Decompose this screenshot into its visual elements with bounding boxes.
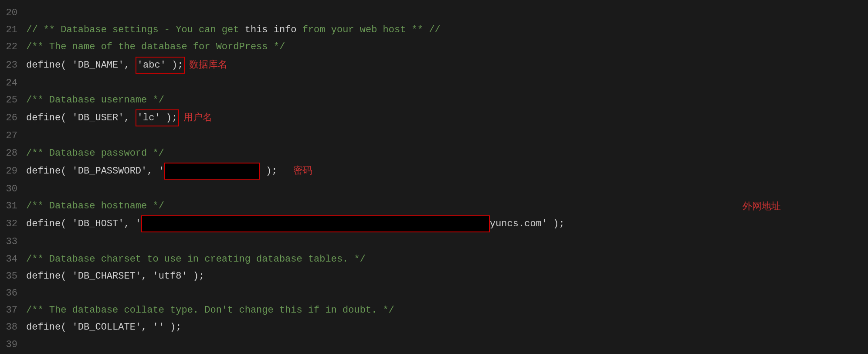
line-content-32: define( 'DB_HOST', '​yuncs.com' ); — [26, 215, 868, 232]
code-line-28: 28 /** Database password */ — [0, 145, 868, 162]
code-line-30: 30 — [0, 180, 868, 197]
db-name-label: 数据库名 — [189, 59, 227, 70]
line-content-29: define( 'DB_PASSWORD', '​​​​​​​​​ ); 密码 — [26, 163, 868, 180]
line-number-21: 21 — [0, 22, 26, 37]
code-line-33: 33 — [0, 233, 868, 250]
line-number-30: 30 — [0, 181, 26, 197]
line-number-39: 39 — [0, 337, 26, 352]
line-content-21: // ** Database settings - You can get th… — [26, 22, 868, 37]
code-line-23: 23 define( 'DB_NAME', 'abc' );数据库名 — [0, 56, 868, 75]
code-editor: 20 21 // ** Database settings - You can … — [0, 0, 868, 354]
code-line-34: 34 /** Database charset to use in creati… — [0, 251, 868, 268]
line-content-28: /** Database password */ — [26, 146, 868, 161]
line-number-37: 37 — [0, 303, 26, 318]
line-number-22: 22 — [0, 39, 26, 54]
line-number-31: 31 — [0, 198, 26, 214]
line-number-26: 26 — [0, 110, 26, 126]
code-line-21: 21 // ** Database settings - You can get… — [0, 21, 868, 38]
line-number-32: 32 — [0, 216, 26, 231]
code-line-29: 29 define( 'DB_PASSWORD', '​​​​​​​​​ ); … — [0, 162, 868, 180]
code-line-20: 20 — [0, 4, 868, 21]
line-number-23: 23 — [0, 58, 26, 73]
line-number-29: 29 — [0, 163, 26, 179]
line-number-28: 28 — [0, 146, 26, 161]
code-line-32: 32 define( 'DB_HOST', '​yuncs.com' ); — [0, 214, 868, 233]
code-line-24: 24 — [0, 75, 868, 92]
code-line-39: 39 — [0, 336, 868, 353]
line-content-22: /** The name of the database for WordPre… — [26, 39, 868, 54]
line-number-35: 35 — [0, 269, 26, 284]
code-line-26: 26 define( 'DB_USER', 'lc' );用户名 — [0, 109, 868, 127]
line-content-38: define( 'DB_COLLATE', '' ); — [26, 320, 868, 335]
db-user-label: 用户名 — [183, 112, 212, 123]
db-password-value-box: ​​​​​​​​​ — [164, 163, 260, 180]
line-number-20: 20 — [0, 5, 26, 20]
line-content-23: define( 'DB_NAME', 'abc' );数据库名 — [26, 57, 868, 74]
code-line-38: 38 define( 'DB_COLLATE', '' ); — [0, 319, 868, 336]
db-host-label: 外网地址 — [743, 198, 781, 214]
code-line-36: 36 — [0, 285, 868, 302]
line-number-38: 38 — [0, 320, 26, 335]
line-content-31: /** Database hostname */ — [26, 198, 868, 214]
code-line-27: 27 — [0, 127, 868, 144]
code-line-37: 37 /** The database collate type. Don't … — [0, 302, 868, 319]
line-number-33: 33 — [0, 234, 26, 249]
line-number-25: 25 — [0, 92, 26, 108]
line-number-24: 24 — [0, 75, 26, 91]
db-user-value-box: 'lc' ); — [136, 109, 179, 126]
code-line-22: 22 /** The name of the database for Word… — [0, 38, 868, 55]
line-content-26: define( 'DB_USER', 'lc' );用户名 — [26, 109, 868, 126]
line-number-34: 34 — [0, 252, 26, 267]
line-number-36: 36 — [0, 286, 26, 301]
code-line-35: 35 define( 'DB_CHARSET', 'utf8' ); — [0, 268, 868, 285]
db-host-value-box: ​ — [141, 215, 490, 232]
code-line-31: 31 /** Database hostname */ 外网地址 — [0, 197, 868, 214]
line-content-37: /** The database collate type. Don't cha… — [26, 303, 868, 318]
line-content-34: /** Database charset to use in creating … — [26, 252, 868, 267]
code-line-25: 25 /** Database username */ — [0, 92, 868, 109]
line-content-35: define( 'DB_CHARSET', 'utf8' ); — [26, 269, 868, 284]
line-number-27: 27 — [0, 128, 26, 143]
db-password-label: 密码 — [293, 165, 312, 176]
db-name-value-box: 'abc' ); — [136, 57, 185, 74]
line-content-25: /** Database username */ — [26, 92, 868, 108]
